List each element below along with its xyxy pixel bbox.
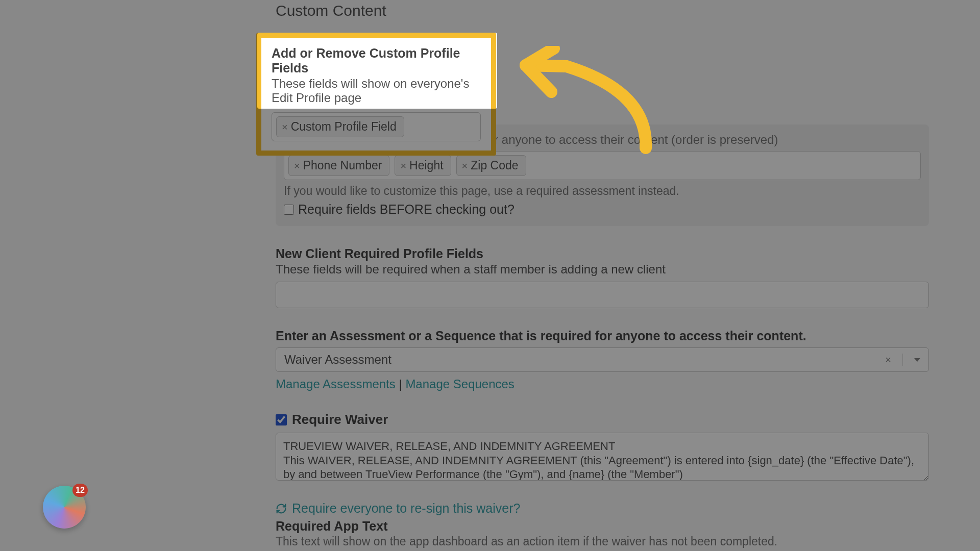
close-icon[interactable]: × [400, 161, 406, 171]
assessment-heading: Enter an Assessment or a Sequence that i… [276, 329, 929, 343]
manage-assessments-link[interactable]: Manage Assessments [276, 377, 396, 391]
custom-profile-fields-highlight: Add or Remove Custom Profile Fields Thes… [256, 33, 496, 156]
waiver-text-textarea[interactable] [276, 433, 929, 481]
required-field-chip[interactable]: × Phone Number [288, 155, 389, 176]
required-field-chip[interactable]: × Zip Code [456, 155, 526, 176]
app-text-desc: This text will show on the app dashboard… [276, 535, 929, 548]
new-client-heading: New Client Required Profile Fields [276, 246, 929, 261]
chip-label: Zip Code [471, 159, 518, 172]
separator [902, 354, 903, 366]
custom-field-chip[interactable]: × Custom Profile Field [276, 116, 404, 137]
clear-icon[interactable]: × [885, 354, 891, 366]
chip-label: Phone Number [303, 159, 382, 172]
close-icon[interactable]: × [294, 161, 300, 171]
link-separator: | [399, 377, 405, 391]
custom-fields-input[interactable]: × Custom Profile Field [272, 112, 481, 141]
assessment-selected-value: Waiver Assessment [284, 353, 885, 367]
manage-sequences-link[interactable]: Manage Sequences [405, 377, 514, 391]
require-waiver-checkbox[interactable] [276, 414, 287, 425]
resign-waiver-link[interactable]: Require everyone to re-sign this waiver? [292, 501, 520, 516]
refresh-icon [276, 503, 287, 514]
close-icon[interactable]: × [462, 161, 468, 171]
custom-fields-heading: Add or Remove Custom Profile Fields [272, 46, 481, 76]
require-waiver-label: Require Waiver [292, 412, 388, 428]
required-field-chip[interactable]: × Height [395, 155, 451, 176]
notification-badge: 12 [72, 484, 88, 497]
close-icon[interactable]: × [282, 122, 288, 132]
help-widget-button[interactable]: 12 [43, 486, 86, 529]
app-text-heading: Required App Text [276, 519, 929, 534]
new-client-fields-input[interactable] [276, 282, 929, 308]
chevron-down-icon[interactable] [914, 358, 920, 362]
new-client-desc: These fields will be required when a sta… [276, 262, 929, 277]
chip-label: Height [409, 159, 443, 172]
require-before-checkout-label: Require fields BEFORE checking out? [298, 202, 514, 217]
assessment-select[interactable]: Waiver Assessment × [276, 347, 929, 372]
require-before-checkout-checkbox[interactable] [284, 205, 294, 215]
custom-fields-desc: These fields will show on everyone's Edi… [272, 77, 481, 105]
chip-label: Custom Profile Field [291, 120, 397, 134]
required-fields-hint: If you would like to customize this page… [284, 184, 921, 198]
page-title: Custom Content [276, 2, 929, 19]
